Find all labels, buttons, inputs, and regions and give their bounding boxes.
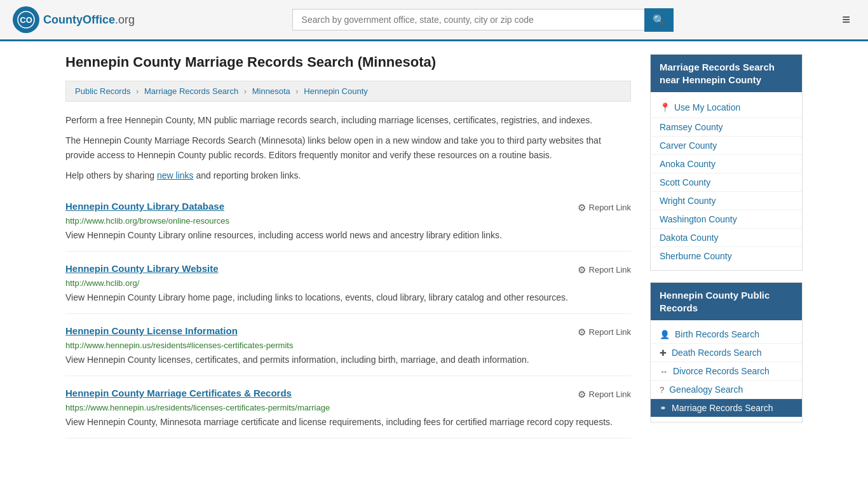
sidebar-use-location[interactable]: 📍 Use My Location — [651, 97, 802, 118]
report-icon-3: ⚙ — [578, 327, 586, 338]
logo-brand: CountyOffice — [43, 13, 115, 26]
main-container: Hennepin County Marriage Records Search … — [53, 41, 815, 451]
breadcrumb-minnesota[interactable]: Minnesota — [252, 86, 290, 96]
sidebar-item-death-records[interactable]: ✚ Death Records Search — [651, 344, 802, 362]
birth-records-label: Birth Records Search — [675, 329, 759, 339]
report-label-1: Report Link — [589, 203, 631, 212]
divorce-icon: ↔ — [660, 367, 668, 376]
marriage-icon: ⚭ — [660, 403, 667, 413]
genealogy-icon: ? — [660, 385, 664, 395]
sidebar-item-dakota[interactable]: Dakota County — [651, 229, 802, 247]
sidebar-item-divorce-records[interactable]: ↔ Divorce Records Search — [651, 362, 802, 381]
sidebar: Marriage Records Search near Hennepin Co… — [650, 54, 803, 438]
svg-text:CO: CO — [20, 15, 32, 25]
sidebar-public-records-body: 👤 Birth Records Search ✚ Death Records S… — [651, 320, 802, 422]
breadcrumb-public-records[interactable]: Public Records — [75, 86, 130, 96]
report-icon-4: ⚙ — [578, 389, 586, 400]
death-records-label: Death Records Search — [672, 348, 762, 358]
wright-county-label: Wright County — [660, 196, 715, 206]
logo-area: CO CountyOffice.org — [13, 6, 135, 33]
result-card-1: Hennepin County Library Database ⚙ Repor… — [65, 189, 631, 252]
result-card-2: Hennepin County Library Website ⚙ Report… — [65, 252, 631, 314]
report-link-3[interactable]: ⚙ Report Link — [578, 327, 631, 338]
site-header: CO CountyOffice.org 🔍 ≡ — [0, 0, 868, 41]
breadcrumb-hennepin[interactable]: Hennepin County — [304, 86, 367, 96]
dakota-county-label: Dakota County — [660, 233, 719, 243]
genealogy-label: Genealogy Search — [669, 384, 743, 395]
sherburne-county-label: Sherburne County — [660, 251, 732, 261]
sidebar-item-wright[interactable]: Wright County — [651, 192, 802, 210]
result-desc-4: View Hennepin County, Minnesota marriage… — [65, 416, 631, 429]
report-link-2[interactable]: ⚙ Report Link — [578, 264, 631, 276]
result-title-1[interactable]: Hennepin County Library Database — [65, 201, 224, 212]
report-label-3: Report Link — [589, 327, 631, 337]
sidebar-item-washington[interactable]: Washington County — [651, 210, 802, 229]
use-location-label: Use My Location — [674, 102, 740, 112]
result-card-3: Hennepin County License Information ⚙ Re… — [65, 314, 631, 376]
report-icon-2: ⚙ — [578, 264, 586, 276]
result-url-3[interactable]: http://www.hennepin.us/residents#license… — [65, 341, 631, 350]
marriage-records-label: Marriage Records Search — [672, 403, 773, 413]
report-link-1[interactable]: ⚙ Report Link — [578, 202, 631, 214]
breadcrumb-marriage-records[interactable]: Marriage Records Search — [144, 86, 238, 96]
logo-tld: .org — [115, 13, 135, 26]
search-button[interactable]: 🔍 — [644, 8, 674, 32]
breadcrumb: Public Records › Marriage Records Search… — [65, 81, 631, 102]
sidebar-public-records-section: Hennepin County Public Records 👤 Birth R… — [650, 282, 803, 423]
sidebar-item-carver[interactable]: Carver County — [651, 137, 802, 155]
result-header-4: Hennepin County Marriage Certificates & … — [65, 388, 631, 400]
result-title-4[interactable]: Hennepin County Marriage Certificates & … — [65, 388, 292, 398]
anoka-county-label: Anoka County — [660, 159, 715, 169]
sidebar-item-sherburne[interactable]: Sherburne County — [651, 247, 802, 265]
sidebar-item-ramsey[interactable]: Ramsey County — [651, 118, 802, 137]
intro-text-2: The Hennepin County Marriage Records Sea… — [65, 133, 631, 162]
result-desc-2: View Hennepin County Library home page, … — [65, 291, 631, 304]
result-header-3: Hennepin County License Information ⚙ Re… — [65, 325, 631, 338]
death-icon: ✚ — [660, 348, 667, 358]
result-desc-3: View Hennepin County licenses, certifica… — [65, 353, 631, 367]
ramsey-county-label: Ramsey County — [660, 122, 723, 132]
sidebar-item-marriage-records[interactable]: ⚭ Marriage Records Search — [651, 399, 802, 417]
result-title-3[interactable]: Hennepin County License Information — [65, 325, 238, 336]
sidebar-item-birth-records[interactable]: 👤 Birth Records Search — [651, 325, 802, 344]
result-title-2[interactable]: Hennepin County Library Website — [65, 263, 219, 274]
carver-county-label: Carver County — [660, 140, 717, 151]
sidebar-item-scott[interactable]: Scott County — [651, 173, 802, 192]
result-url-4[interactable]: https://www.hennepin.us/residents/licens… — [65, 403, 631, 412]
breadcrumb-sep-1: › — [136, 86, 139, 96]
logo-icon: CO — [13, 6, 39, 33]
new-links-link[interactable]: new links — [157, 170, 194, 180]
sidebar-nearby-header: Marriage Records Search near Hennepin Co… — [651, 55, 802, 92]
content-area: Hennepin County Marriage Records Search … — [65, 54, 631, 438]
report-link-4[interactable]: ⚙ Report Link — [578, 389, 631, 400]
intro-text-1: Perform a free Hennepin County, MN publi… — [65, 113, 631, 127]
sidebar-item-genealogy[interactable]: ? Genealogy Search — [651, 381, 802, 399]
birth-icon: 👤 — [660, 330, 670, 339]
intro-text-3: Help others by sharing new links and rep… — [65, 168, 631, 182]
scott-county-label: Scott County — [660, 177, 710, 187]
sidebar-public-records-header: Hennepin County Public Records — [651, 283, 802, 320]
result-url-1[interactable]: http://www.hclib.org/browse/online-resou… — [65, 216, 631, 226]
washington-county-label: Washington County — [660, 214, 737, 224]
breadcrumb-sep-2: › — [244, 86, 247, 96]
location-pin-icon: 📍 — [660, 102, 670, 112]
sidebar-nearby-body: 📍 Use My Location Ramsey County Carver C… — [651, 92, 802, 270]
result-card-4: Hennepin County Marriage Certificates & … — [65, 376, 631, 438]
search-input[interactable] — [292, 9, 644, 30]
report-label-4: Report Link — [589, 390, 631, 399]
report-icon-1: ⚙ — [578, 202, 586, 214]
results-list: Hennepin County Library Database ⚙ Repor… — [65, 189, 631, 438]
sidebar-nearby-section: Marriage Records Search near Hennepin Co… — [650, 54, 803, 271]
sidebar-item-anoka[interactable]: Anoka County — [651, 155, 802, 173]
result-desc-1: View Hennepin County Library online reso… — [65, 229, 631, 242]
result-header-1: Hennepin County Library Database ⚙ Repor… — [65, 201, 631, 214]
report-label-2: Report Link — [589, 265, 631, 274]
result-header-2: Hennepin County Library Website ⚙ Report… — [65, 263, 631, 276]
page-title: Hennepin County Marriage Records Search … — [65, 54, 631, 71]
breadcrumb-sep-3: › — [295, 86, 298, 96]
divorce-records-label: Divorce Records Search — [673, 366, 770, 376]
result-url-2[interactable]: http://www.hclib.org/ — [65, 278, 631, 288]
hamburger-button[interactable]: ≡ — [837, 9, 855, 30]
search-area: 🔍 — [292, 8, 674, 32]
logo-text: CountyOffice.org — [43, 13, 135, 27]
